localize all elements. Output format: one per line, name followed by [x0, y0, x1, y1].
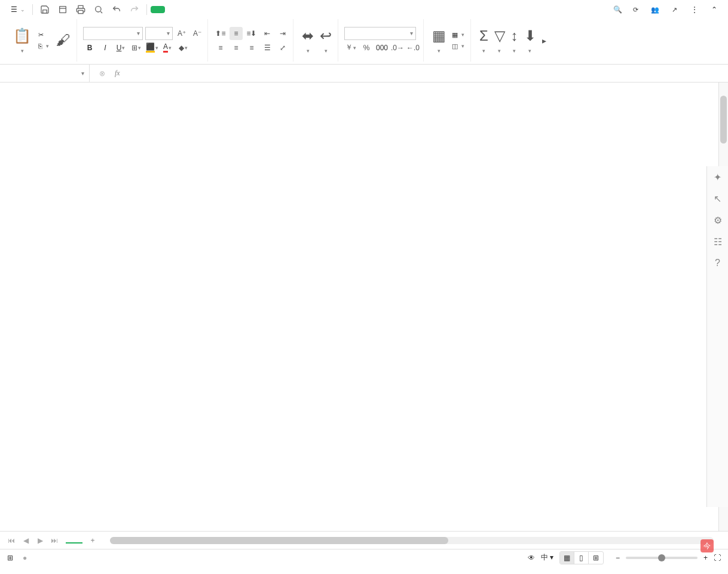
eye-icon[interactable]: 👁 [528, 554, 535, 562]
justify-icon[interactable]: ☰ [261, 41, 274, 54]
italic-icon[interactable]: I [99, 41, 112, 54]
wrap-text-button[interactable]: ↩ [317, 25, 334, 56]
cjk-icon[interactable]: 中 ▾ [541, 552, 553, 563]
sort-button[interactable]: ↕ [509, 25, 521, 56]
preview-icon[interactable] [90, 2, 107, 17]
sheet-bar: ⏮ ◀ ▶ ⏭ + [0, 531, 728, 549]
sp-settings-icon[interactable]: ⚙ [712, 214, 724, 226]
watermark: 今 [701, 539, 721, 552]
bold-icon[interactable]: B [83, 41, 96, 54]
coop-button[interactable]: 👥 [649, 5, 663, 15]
ribbon: 📋 ✂ ⎘ 🖌 A⁺ A⁻ B I U▾ ⊞▾ ⬛▾ A▾ ◆▾ ⬆≡ ≡ [0, 19, 728, 65]
align-left-icon[interactable]: ≡ [214, 41, 227, 54]
indent-dec-icon[interactable]: ⇤ [261, 27, 274, 40]
fill-color-icon[interactable]: ⬛▾ [145, 41, 158, 54]
view-normal-icon[interactable]: ▦ [560, 552, 574, 564]
fullscreen-icon[interactable]: ⛶ [714, 554, 721, 562]
underline-icon[interactable]: U▾ [114, 41, 127, 54]
spreadsheet-grid[interactable] [0, 83, 718, 531]
sp-help-icon[interactable]: ? [712, 257, 724, 269]
fill-button[interactable]: ⬇ [522, 25, 539, 56]
font-color-icon[interactable]: A▾ [161, 41, 174, 54]
unsaved-button[interactable]: ⟳ [631, 5, 643, 15]
increase-font-icon[interactable]: A⁺ [175, 27, 188, 40]
cond-format-button[interactable]: ▦ [430, 25, 448, 56]
print-icon[interactable] [72, 2, 89, 17]
collapse-ribbon-icon[interactable]: ⌃ [708, 3, 721, 16]
tab-start[interactable] [151, 6, 165, 13]
tab-formula[interactable] [197, 6, 212, 13]
mode-icon[interactable]: ⊞ [7, 554, 13, 562]
thousands-icon[interactable]: 000 [375, 41, 389, 54]
horizontal-scrollbar[interactable] [110, 537, 714, 544]
svg-rect-1 [78, 10, 83, 13]
status-bar: ⊞ ● 👁 中 ▾ ▦ ▯ ⊞ − + ⛶ [0, 549, 728, 566]
svg-point-2 [96, 7, 101, 12]
sp-property-icon[interactable]: ☷ [712, 236, 724, 248]
format-painter-button[interactable]: 🖌 [54, 25, 73, 56]
sp-select-icon[interactable]: ↖ [712, 193, 724, 204]
tab-layout[interactable] [182, 6, 196, 13]
sheet-tab[interactable] [66, 538, 82, 544]
zoom-in-icon[interactable]: + [703, 554, 708, 562]
tab-data[interactable] [213, 6, 227, 13]
more-icon[interactable]: ⋮ [687, 3, 702, 16]
formula-input[interactable] [126, 69, 722, 78]
copy-button[interactable]: ⎘ [36, 41, 51, 51]
save-icon[interactable] [36, 2, 53, 17]
align-right-icon[interactable]: ≡ [245, 41, 258, 54]
fx-icon[interactable]: fx [115, 69, 120, 78]
side-panel: ✦ ↖ ⚙ ☷ ? [706, 166, 728, 507]
cell-style-button[interactable]: ◫ [449, 41, 467, 51]
name-box-input[interactable] [15, 69, 75, 78]
share-button[interactable]: ↗ [669, 5, 681, 15]
align-middle-icon[interactable]: ≡ [230, 27, 243, 40]
dec-dec-icon[interactable]: ←.0 [406, 41, 420, 54]
view-break-icon[interactable]: ⊞ [589, 552, 603, 564]
paste-button[interactable]: 📋 [11, 25, 33, 56]
svg-rect-0 [60, 7, 66, 13]
tab-insert[interactable] [166, 6, 181, 13]
sheet-nav-prev-icon[interactable]: ◀ [19, 534, 32, 547]
decrease-font-icon[interactable]: A⁻ [191, 27, 204, 40]
sum-button[interactable]: Σ [477, 25, 491, 56]
cut-button[interactable]: ✂ [36, 30, 51, 40]
indent-inc-icon[interactable]: ⇥ [276, 27, 289, 40]
tab-dev[interactable] [259, 6, 274, 13]
cancel-fx-icon[interactable]: ⊗ [96, 67, 109, 80]
ribbon-more-icon[interactable]: ▸ [540, 25, 549, 56]
filter-button[interactable]: ▽ [492, 25, 507, 56]
merge-center-button[interactable]: ⬌ [299, 25, 316, 56]
align-top-icon[interactable]: ⬆≡ [214, 27, 227, 40]
tab-review[interactable] [228, 6, 243, 13]
view-page-icon[interactable]: ▯ [574, 552, 589, 564]
align-center-icon[interactable]: ≡ [230, 41, 243, 54]
zoom-out-icon[interactable]: − [616, 554, 620, 562]
add-sheet-icon[interactable]: + [86, 534, 99, 547]
redo-icon[interactable] [126, 2, 143, 17]
orientation-icon[interactable]: ⤢ [276, 41, 289, 54]
hamburger-icon[interactable]: ☰ ⌄ [7, 3, 29, 16]
table-style-button[interactable]: ▦ [449, 30, 467, 40]
dec-inc-icon[interactable]: .0→ [391, 41, 404, 54]
name-box[interactable] [0, 65, 90, 83]
border-icon[interactable]: ⊞▾ [130, 41, 143, 54]
font-name-select[interactable] [83, 27, 143, 40]
sheet-nav-first-icon[interactable]: ⏮ [5, 534, 18, 547]
print-preview-icon[interactable] [54, 2, 71, 17]
number-format-select[interactable] [344, 27, 416, 40]
zoom-slider[interactable] [626, 557, 698, 559]
undo-icon[interactable] [108, 2, 125, 17]
record-icon[interactable]: ● [23, 554, 27, 562]
currency-icon[interactable]: ￥▾ [344, 41, 357, 54]
sheet-nav-last-icon[interactable]: ⏭ [48, 534, 61, 547]
tab-view[interactable] [244, 6, 258, 13]
sp-assistant-icon[interactable]: ✦ [712, 171, 724, 183]
font-size-select[interactable] [145, 27, 173, 40]
sheet-nav-next-icon[interactable]: ▶ [33, 534, 47, 547]
command-search[interactable]: 🔍 [613, 5, 625, 14]
effects-icon[interactable]: ◆▾ [176, 41, 189, 54]
align-bottom-icon[interactable]: ≡⬇ [245, 27, 258, 40]
percent-icon[interactable]: % [360, 41, 373, 54]
tab-vip[interactable] [275, 6, 289, 13]
